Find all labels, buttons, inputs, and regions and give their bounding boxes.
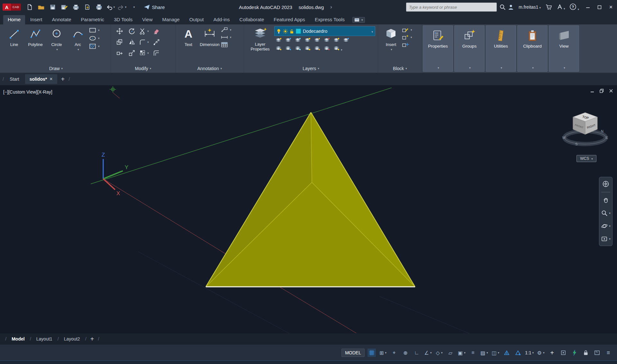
object-snap-tracking-icon[interactable]: ▱ [446,349,455,357]
tab-parametric[interactable]: Parametric [77,15,109,24]
file-tab-start[interactable]: Start [5,74,24,84]
user-icon[interactable] [508,4,514,10]
layer-off-icon[interactable] [275,38,282,44]
polar-tracking-icon[interactable]: ∠ [424,349,432,357]
annotation-scale-button[interactable]: 1:1 [525,350,534,355]
navigation-wheel-icon[interactable] [601,179,611,189]
panel-view[interactable]: View [549,25,579,72]
autodesk-app-icon[interactable] [557,4,565,11]
viewport-restore-icon[interactable] [600,89,604,93]
layout1-tab[interactable]: Layout1 [32,335,56,343]
layer-lock-tool-icon[interactable] [304,38,311,44]
ribbon-options-button[interactable] [352,17,365,23]
scale-icon[interactable] [128,50,135,57]
layer-dropdown[interactable]: Dodecaedro [274,26,375,36]
red-construction-line[interactable] [279,287,356,333]
annotation-autoscale-icon[interactable] [514,349,522,357]
array-icon[interactable] [139,50,149,57]
new-layout-button[interactable]: + [88,335,97,343]
save-as-icon[interactable] [59,2,69,12]
object-snap-icon[interactable]: ▣ [458,349,466,357]
close-button[interactable]: × [609,5,613,9]
layer-lock-icon[interactable] [290,29,294,34]
undo-button[interactable] [106,2,115,12]
polyline-button[interactable]: Polyline [25,26,46,47]
tab-express-tools[interactable]: Express Tools [310,15,349,24]
offset-icon[interactable] [153,50,160,57]
print-icon[interactable] [94,2,104,12]
lock-ui-icon[interactable] [582,349,590,357]
redo-button[interactable] [117,2,127,12]
username[interactable]: m.freitas1 [519,5,541,10]
rectangle-icon[interactable] [89,27,100,33]
groups-expand-arrow[interactable] [468,64,471,70]
drawing-canvas[interactable]: Z Y X [0,86,617,333]
dynamic-input-icon[interactable]: ⊕ [401,349,410,357]
modify-panel-label[interactable]: Modify [112,64,175,73]
open-file-icon[interactable] [36,2,46,12]
save-icon[interactable] [48,2,58,12]
cart-icon[interactable] [545,4,552,10]
block-basepoint-icon[interactable] [402,42,412,48]
dimension-button[interactable]: Dimension [199,26,220,47]
viewcube[interactable]: TOP RIGHT FRONT W S E N [561,108,609,147]
layer-delete-icon[interactable] [323,46,330,52]
tab-view[interactable]: View [138,15,157,24]
panel-properties[interactable]: Properties [423,25,453,72]
text-button[interactable]: A Text [178,26,199,47]
annotation-monitor-icon[interactable]: + [548,349,556,357]
new-drawing-tab-button[interactable]: + [59,76,68,83]
customize-icon[interactable]: ≡ [604,349,612,357]
wcs-dropdown[interactable]: WCS [576,155,596,162]
tab-insert[interactable]: Insert [26,15,47,24]
file-tab-close-icon[interactable]: × [50,77,52,82]
fillet-icon[interactable] [139,39,149,46]
leader-icon[interactable] [221,27,231,33]
selection-cycling-icon[interactable]: ◫ [491,349,500,357]
model-space-button[interactable]: MODEL [341,349,365,357]
trim-icon[interactable] [139,28,149,35]
qat-customize-button[interactable] [129,2,139,12]
file-tab-solidos[interactable]: solidos* × [25,74,57,84]
clean-screen-icon[interactable] [593,349,601,357]
layer-unlock-icon[interactable] [304,46,311,52]
help-icon[interactable]: ? [569,3,579,11]
panel-groups[interactable]: Groups [454,25,485,72]
line-button[interactable]: Line [4,26,24,47]
plot-icon[interactable] [71,2,81,12]
draw-panel-label[interactable]: Draw [2,64,110,73]
dim-style-icon[interactable] [221,34,231,40]
maximize-button[interactable] [597,5,602,9]
table-icon[interactable] [221,42,231,48]
layer-on-icon[interactable] [275,46,282,52]
rotate-icon[interactable] [128,28,135,35]
search-input[interactable] [406,3,497,12]
model-tab[interactable]: Model [8,335,28,343]
tab-manage[interactable]: Manage [158,15,184,24]
layer-state-icon[interactable] [342,38,349,44]
new-file-icon[interactable] [25,2,34,12]
viewport-close-icon[interactable] [609,89,613,93]
autocad-logo[interactable]: A CAD [3,4,21,11]
tab-output[interactable]: Output [185,15,208,24]
tab-add-ins[interactable]: Add-ins [209,15,234,24]
point-marker[interactable] [110,86,120,98]
layer-more-icon[interactable] [333,46,342,52]
zoom-icon[interactable] [601,208,611,218]
orbit-icon[interactable] [601,221,611,231]
ellipse-icon[interactable] [89,35,100,41]
arc-button[interactable]: Arc [68,26,88,51]
layer-prev-icon[interactable] [323,38,330,44]
transparency-icon[interactable]: ▨ [480,349,488,357]
viewport-minimize-icon[interactable] [590,89,594,93]
share-button[interactable]: Share [144,4,165,10]
view-expand-arrow[interactable] [563,64,565,70]
move-icon[interactable] [116,28,123,35]
circle-button[interactable]: Circle [46,26,67,51]
publish-icon[interactable] [83,2,92,12]
tab-home[interactable]: Home [3,15,25,24]
layer-on-bulb-icon[interactable] [277,29,281,34]
annotation-panel-label[interactable]: Annotation [176,64,243,73]
layer-thaw-icon[interactable] [294,46,301,52]
layer-properties-button[interactable]: Layer Properties [247,26,274,52]
